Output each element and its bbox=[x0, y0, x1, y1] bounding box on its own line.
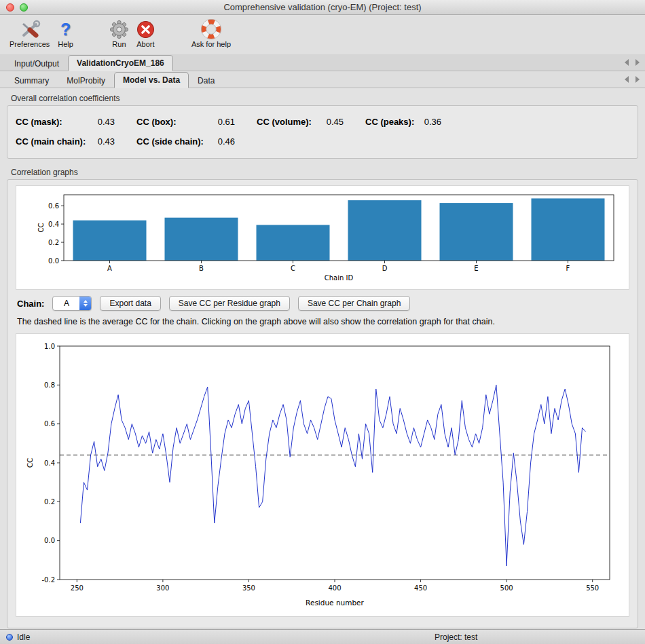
tab-scroll-right-icon[interactable] bbox=[635, 59, 640, 66]
overall-correlation-box: CC (mask): 0.43 CC (box): 0.61 CC (volum… bbox=[7, 105, 638, 159]
tab-scroll-controls bbox=[625, 76, 640, 83]
gear-icon bbox=[110, 18, 128, 40]
tabbar-level1: Input/Output ValidationCryoEM_186 bbox=[0, 54, 645, 71]
svg-text:450: 450 bbox=[414, 584, 427, 592]
main-content: Overall correlation coefficients CC (mas… bbox=[0, 88, 645, 628]
section-title: Correlation graphs bbox=[11, 168, 638, 177]
tab-scroll-left-icon[interactable] bbox=[625, 59, 629, 66]
svg-text:D: D bbox=[382, 265, 388, 272]
svg-text:550: 550 bbox=[586, 584, 599, 592]
tab-scroll-right-icon[interactable] bbox=[635, 76, 640, 83]
stat-cc-main-chain: CC (main chain): 0.43 bbox=[16, 136, 115, 147]
svg-text:0.6: 0.6 bbox=[44, 420, 55, 428]
chain-select-value: A bbox=[53, 297, 79, 310]
tab-molprobity[interactable]: MolProbity bbox=[58, 73, 114, 88]
svg-text:0.4: 0.4 bbox=[48, 221, 59, 228]
chain-label: Chain: bbox=[17, 299, 44, 309]
preferences-button[interactable]: Preferences bbox=[5, 18, 54, 49]
abort-x-icon bbox=[136, 18, 155, 40]
status-indicator-icon bbox=[6, 634, 13, 641]
svg-text:0.6: 0.6 bbox=[48, 202, 59, 210]
svg-text:0.8: 0.8 bbox=[44, 381, 55, 389]
dashed-line-note: The dashed line is the average CC for th… bbox=[17, 317, 628, 326]
close-window-button[interactable] bbox=[6, 3, 14, 12]
toolbar: Preferences ? Help bbox=[0, 15, 645, 54]
toolbar-item-label: Ask for help bbox=[191, 40, 231, 48]
status-state: Idle bbox=[0, 632, 30, 642]
tab-scroll-left-icon[interactable] bbox=[625, 76, 629, 83]
tab-model-vs-data[interactable]: Model vs. Data bbox=[114, 72, 189, 88]
stats-row-2: CC (main chain): 0.43 CC (side chain): 0… bbox=[16, 133, 629, 149]
cc-per-chain-chart-card: 0.00.20.40.6ABCDEFChain IDCC bbox=[16, 185, 629, 290]
life-ring-icon bbox=[201, 18, 221, 40]
run-button[interactable]: Run bbox=[106, 18, 132, 49]
svg-text:0.2: 0.2 bbox=[48, 239, 59, 246]
svg-text:400: 400 bbox=[328, 584, 341, 592]
chain-select[interactable]: A bbox=[52, 296, 92, 311]
svg-text:350: 350 bbox=[242, 584, 255, 592]
stat-cc-side-chain: CC (side chain): 0.46 bbox=[136, 136, 235, 147]
zoom-window-button[interactable] bbox=[20, 3, 28, 12]
correlation-graphs-section: Correlation graphs 0.00.20.40.6ABCDEFCha… bbox=[7, 168, 638, 628]
toolbar-item-label: Abort bbox=[136, 40, 154, 48]
cc-per-residue-chart-card: -0.20.00.20.40.60.81.0250300350400450500… bbox=[16, 333, 629, 617]
svg-text:CC: CC bbox=[26, 458, 34, 468]
tab-summary[interactable]: Summary bbox=[5, 73, 58, 88]
stat-cc-mask: CC (mask): 0.43 bbox=[16, 117, 115, 127]
svg-text:Chain ID: Chain ID bbox=[325, 274, 354, 282]
toolbar-item-label: Help bbox=[58, 40, 73, 48]
tab-scroll-controls bbox=[625, 59, 640, 66]
tools-icon bbox=[18, 18, 41, 40]
correlation-graphs-box: 0.00.20.40.6ABCDEFChain IDCC Chain: A Ex… bbox=[7, 179, 638, 628]
svg-text:E: E bbox=[474, 265, 478, 272]
stat-cc-box: CC (box): 0.61 bbox=[136, 117, 235, 127]
svg-text:B: B bbox=[199, 265, 204, 272]
svg-text:F: F bbox=[566, 265, 570, 272]
stats-row-1: CC (mask): 0.43 CC (box): 0.61 CC (volum… bbox=[16, 113, 629, 130]
chevron-up-down-icon bbox=[79, 297, 91, 310]
svg-text:-0.2: -0.2 bbox=[41, 576, 55, 584]
svg-text:500: 500 bbox=[500, 584, 513, 592]
section-title: Overall correlation coefficients bbox=[11, 94, 638, 103]
ask-for-help-button[interactable]: Ask for help bbox=[187, 18, 235, 49]
save-cc-per-residue-graph-button[interactable]: Save CC per Residue graph bbox=[169, 296, 290, 311]
traffic-lights bbox=[6, 3, 28, 12]
svg-text:0.4: 0.4 bbox=[44, 459, 55, 467]
chain-controls: Chain: A Export data Save CC per Residue… bbox=[17, 295, 628, 311]
cc-per-chain-bar-chart[interactable]: 0.00.20.40.6ABCDEFChain IDCC bbox=[20, 190, 621, 282]
svg-text:0.0: 0.0 bbox=[44, 537, 55, 544]
tab-input-output[interactable]: Input/Output bbox=[5, 56, 68, 71]
svg-text:A: A bbox=[107, 265, 112, 272]
cc-per-residue-line-chart: -0.20.00.20.40.60.81.0250300350400450500… bbox=[20, 338, 621, 609]
tabbar-level2: Summary MolProbity Model vs. Data Data bbox=[0, 71, 645, 88]
overall-correlation-section: Overall correlation coefficients CC (mas… bbox=[7, 94, 638, 159]
tab-validationcryoem-186[interactable]: ValidationCryoEM_186 bbox=[68, 55, 173, 71]
toolbar-item-label: Preferences bbox=[10, 40, 50, 48]
app-window: Comprehensive validation (cryo-EM) (Proj… bbox=[0, 0, 645, 644]
toolbar-item-label: Run bbox=[112, 40, 126, 48]
stat-cc-peaks: CC (peaks): 0.36 bbox=[365, 117, 441, 127]
help-button[interactable]: ? Help bbox=[54, 18, 77, 49]
svg-text:1.0: 1.0 bbox=[44, 343, 55, 350]
svg-text:250: 250 bbox=[71, 584, 84, 592]
tab-data[interactable]: Data bbox=[189, 73, 223, 88]
svg-text:Residue number: Residue number bbox=[306, 599, 364, 607]
svg-text:C: C bbox=[291, 265, 295, 272]
abort-button[interactable]: Abort bbox=[132, 18, 159, 49]
titlebar: Comprehensive validation (cryo-EM) (Proj… bbox=[0, 0, 645, 15]
status-project: Project: test bbox=[435, 632, 477, 642]
save-cc-per-chain-graph-button[interactable]: Save CC per Chain graph bbox=[298, 296, 410, 311]
status-text: Idle bbox=[17, 632, 30, 642]
statusbar: Idle Project: test bbox=[0, 629, 645, 644]
export-data-button[interactable]: Export data bbox=[100, 296, 160, 311]
svg-text:CC: CC bbox=[37, 223, 45, 233]
window-title: Comprehensive validation (cryo-EM) (Proj… bbox=[0, 2, 645, 12]
question-mark-icon: ? bbox=[60, 18, 71, 40]
svg-text:300: 300 bbox=[156, 584, 169, 592]
svg-text:0.0: 0.0 bbox=[48, 257, 59, 265]
svg-text:0.2: 0.2 bbox=[44, 498, 55, 506]
stat-cc-volume: CC (volume): 0.45 bbox=[257, 117, 344, 127]
